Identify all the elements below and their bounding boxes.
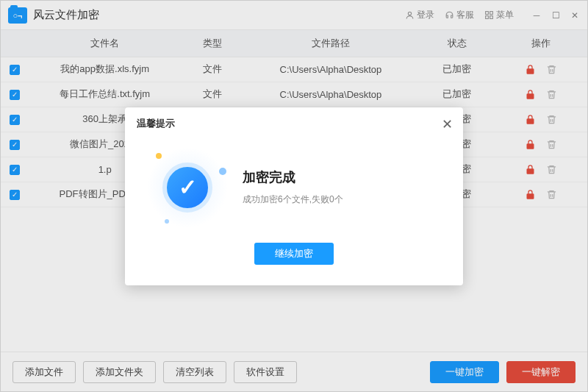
dialog-title: 温馨提示 [137, 117, 175, 130]
dialog-message: 加密完成 成功加密6个文件,失败0个 [243, 168, 441, 206]
success-check-icon [147, 147, 228, 228]
dialog-text: 成功加密6个文件,失败0个 [243, 193, 441, 206]
dialog-close-button[interactable]: ✕ [442, 116, 453, 132]
dialog-heading: 加密完成 [243, 168, 441, 186]
modal-overlay: 温馨提示 ✕ 加密完成 成功加密6个文件,失败0个 继续加密 [0, 0, 588, 392]
success-dialog: 温馨提示 ✕ 加密完成 成功加密6个文件,失败0个 继续加密 [125, 107, 463, 285]
dialog-body: 加密完成 成功加密6个文件,失败0个 [125, 140, 463, 243]
dialog-header: 温馨提示 ✕ [125, 107, 463, 140]
continue-encrypt-button[interactable]: 继续加密 [254, 243, 334, 265]
